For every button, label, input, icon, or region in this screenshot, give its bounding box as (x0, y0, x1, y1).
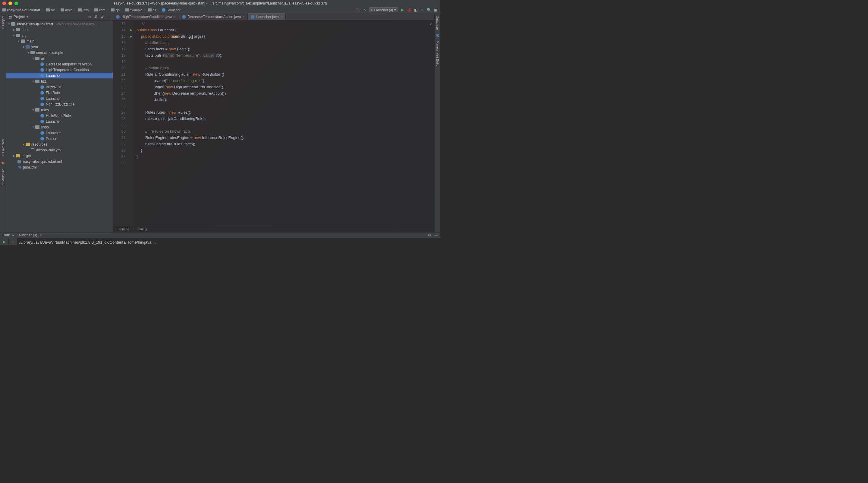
toolbar: easy-rules-quickstart〉 src〉 main〉 java〉 … (0, 7, 440, 13)
project-tree[interactable]: ▼easy-rules-quickstart~/Workspace/easy-r… (6, 21, 113, 232)
code-editor[interactable]: ✓ 13141516171819202122232425262728293031… (113, 21, 434, 225)
window-controls (2, 1, 18, 5)
left-tool-strip: 1: Project 2: Favorites ★ 7: Structure (0, 13, 6, 232)
class-icon (116, 15, 120, 19)
toolbar-right: ⬛ ↖ ▸ Launcher (3) ▾ ▶ 🐞 ◧ ■ 🔍 ▣ (356, 7, 438, 12)
console-output[interactable]: /Library/Java/JavaVirtualMachines/jdk1.8… (17, 238, 440, 245)
tree-row-selected: Launcher (6, 73, 113, 79)
editor-area: HighTemperatureCondition.java× DecreaseT… (113, 13, 434, 232)
editor-tabs: HighTemperatureCondition.java× DecreaseT… (113, 13, 434, 21)
run-icon: ▸ (371, 8, 373, 12)
crumb-item[interactable]: main() (137, 227, 147, 231)
run-icon: ▸ (12, 233, 14, 237)
star-icon[interactable]: ★ (1, 160, 5, 165)
build-icon[interactable]: ⬛ (356, 7, 361, 12)
maven-icon[interactable]: m (435, 33, 439, 38)
settings-icon[interactable]: ▣ (433, 7, 438, 12)
breadcrumb-item[interactable]: main (61, 8, 72, 12)
class-icon (182, 15, 186, 19)
class-icon (251, 15, 254, 19)
project-panel-header: ▤ Project ▾ ⊕ ⇵ ⚙ — (6, 13, 113, 21)
inspection-ok-icon: ✓ (429, 22, 433, 26)
structure-tab[interactable]: 7: Structure (1, 168, 5, 187)
editor-crumbs: Launcher 〉 main() (113, 225, 434, 232)
favorites-tab[interactable]: 2: Favorites (1, 138, 5, 158)
project-tab[interactable]: 1: Project (1, 14, 5, 31)
coverage-button[interactable]: ◧ (413, 7, 418, 12)
class-icon (162, 8, 165, 12)
run-config-name: Launcher (3) (17, 233, 37, 237)
crumb-item[interactable]: Launcher (117, 227, 130, 231)
panel-title: Project (13, 15, 25, 19)
stop-button[interactable]: ■ (420, 7, 425, 12)
breadcrumb-item[interactable]: easy-rules-quickstart (2, 8, 40, 12)
hide-icon[interactable]: — (434, 233, 438, 237)
run-toolbar-mid: ↑ ↓ ⇥ ⤓ (8, 238, 17, 245)
close-icon[interactable]: × (243, 15, 244, 19)
editor-tab[interactable]: HighTemperatureCondition.java× (113, 13, 179, 20)
run-config-selector[interactable]: ▸ Launcher (3) ▾ (369, 7, 398, 12)
collapse-icon[interactable]: ⇵ (94, 15, 97, 19)
folder-icon (61, 8, 64, 11)
breadcrumb-item[interactable]: air (148, 8, 156, 12)
search-icon[interactable]: 🔍 (427, 7, 431, 12)
rerun-icon[interactable]: ▶ (1, 239, 7, 244)
close-icon[interactable]: × (174, 15, 176, 19)
gear-icon[interactable]: ⚙ (428, 233, 431, 237)
breadcrumbs: easy-rules-quickstart〉 src〉 main〉 java〉 … (2, 7, 180, 12)
folder-icon (148, 8, 152, 11)
target-icon[interactable]: ⊕ (88, 15, 91, 19)
run-panel-header: Run: ▸ Launcher (3) × ⚙ — (0, 233, 440, 238)
run-gutter: ▶▶ (128, 21, 134, 225)
editor-tab[interactable]: DecreaseTemperatureAction.java× (179, 13, 248, 20)
maximize-button[interactable] (14, 1, 18, 5)
breadcrumb-item[interactable]: Launcher (162, 8, 180, 12)
close-button[interactable] (2, 1, 6, 5)
window-title: easy-rules-quickstart [~/Workspace/easy-… (114, 1, 327, 5)
up-icon[interactable]: ↑ (10, 239, 16, 244)
close-tab-icon[interactable]: × (39, 233, 41, 237)
debug-button[interactable]: 🐞 (407, 7, 411, 12)
database-tab[interactable]: Database (435, 14, 440, 31)
run-config-label: Launcher (3) (374, 8, 393, 12)
titlebar: easy-rules-quickstart [~/Workspace/easy-… (0, 0, 440, 7)
folder-icon (111, 8, 115, 11)
editor-tab-active[interactable]: Launcher.java× (248, 13, 286, 20)
breadcrumb-item[interactable]: java (78, 8, 89, 12)
folder-icon (2, 8, 6, 11)
folder-icon (94, 8, 98, 11)
run-toolbar-left: ▶ ■ ≡ ⟳ 🖶 🗑 » (0, 238, 8, 245)
breadcrumb-item[interactable]: src (46, 8, 55, 12)
run-button[interactable]: ▶ (400, 7, 405, 12)
breadcrumb-item[interactable]: cjs (111, 8, 119, 12)
close-icon[interactable]: × (281, 15, 282, 19)
chevron-down-icon: ▾ (394, 8, 396, 12)
project-panel: ▤ Project ▾ ⊕ ⇵ ⚙ — ▼easy-rules-quicksta… (6, 13, 113, 232)
folder-icon (125, 8, 129, 11)
breadcrumb-item[interactable]: com (94, 8, 105, 12)
chevron-down-icon[interactable]: ▾ (27, 15, 28, 19)
line-gutter: 1314151617181920212223242526272829303132… (113, 21, 128, 225)
run-panel: Run: ▸ Launcher (3) × ⚙ — ▶ ■ ≡ ⟳ 🖶 🗑 » … (0, 232, 440, 245)
maven-tab[interactable]: Maven (435, 39, 440, 52)
folder-icon (46, 8, 50, 11)
minimize-button[interactable] (8, 1, 12, 5)
hammer-icon[interactable]: ↖ (363, 7, 367, 12)
panel-icon: ▤ (8, 15, 12, 19)
folder-icon (78, 8, 82, 11)
run-label: Run: (2, 233, 10, 237)
ant-tab[interactable]: Ant Build (435, 52, 440, 67)
hide-icon[interactable]: — (107, 15, 110, 19)
main-area: 1: Project 2: Favorites ★ 7: Structure ▤… (0, 13, 440, 232)
right-tool-strip: Database m Maven Ant Build (434, 13, 440, 232)
gear-icon[interactable]: ⚙ (100, 15, 104, 19)
breadcrumb-item[interactable]: example (125, 8, 143, 12)
